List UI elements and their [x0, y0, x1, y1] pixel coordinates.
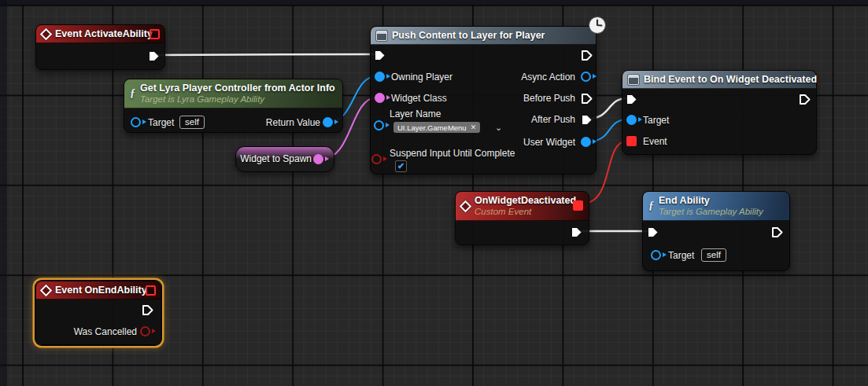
- node-bind-event[interactable]: Bind Event to On Widget Deactivated Targ…: [622, 70, 817, 155]
- node-title: OnWidgetDeactivated: [475, 195, 576, 207]
- event-diamond-icon: [460, 200, 472, 212]
- blueprint-canvas[interactable]: { "graph": { "nodes": { "eventActivate":…: [0, 0, 868, 386]
- return-value-label: Return Value: [266, 117, 320, 128]
- owning-player-pin[interactable]: [375, 72, 385, 82]
- delegate-pin[interactable]: [146, 285, 156, 296]
- delegate-out-pin[interactable]: [573, 200, 583, 211]
- node-on-widget-deactivated[interactable]: OnWidgetDeactivated Custom Event: [455, 191, 589, 245]
- async-clock-icon: [588, 16, 607, 35]
- node-subtitle: Target is Lyra Gameplay Ability: [140, 94, 335, 105]
- node-event-activate-ability[interactable]: Event ActivateAbility: [35, 24, 165, 70]
- event-label: Event: [643, 136, 667, 147]
- before-push-pin[interactable]: [581, 93, 593, 105]
- viewport-left-edge: [0, 0, 7, 386]
- node-title: Get Lyra Player Controller from Actor In…: [140, 83, 335, 94]
- target-value-input[interactable]: self: [179, 116, 205, 129]
- function-icon: ƒ: [130, 87, 135, 100]
- return-value-pin[interactable]: [323, 117, 333, 127]
- exec-out-pin[interactable]: [148, 50, 160, 62]
- exec-then-pin[interactable]: [799, 94, 811, 105]
- exec-in-pin[interactable]: [626, 94, 637, 105]
- target-pin[interactable]: [626, 115, 637, 125]
- async-action-label: Async Action: [521, 72, 575, 83]
- suspend-input-pin[interactable]: [371, 154, 382, 164]
- node-get-lyra-player-controller[interactable]: ƒ Get Lyra Player Controller from Actor …: [124, 79, 343, 133]
- layer-name-label: Layer Name: [390, 108, 441, 119]
- target-pin-label: Target: [148, 117, 174, 128]
- was-cancelled-label: Was Cancelled: [74, 326, 137, 337]
- widget-to-spawn-pin[interactable]: [313, 154, 323, 164]
- node-subtitle: Custom Event: [475, 207, 576, 218]
- tag-clear-icon[interactable]: ✕: [471, 123, 477, 132]
- layer-name-pin[interactable]: [374, 120, 384, 131]
- function-icon: ƒ: [648, 200, 654, 212]
- exec-in-pin[interactable]: [647, 226, 659, 238]
- viewport-top-edge: [0, 0, 868, 5]
- gameplay-tag-value: UI.Layer.GameMenu: [397, 123, 467, 132]
- user-widget-label: User Widget: [523, 137, 575, 148]
- was-cancelled-pin[interactable]: [140, 326, 150, 336]
- target-pin[interactable]: [651, 250, 661, 260]
- node-title: Push Content to Layer for Player: [392, 30, 545, 41]
- event-diamond-icon: [40, 284, 53, 296]
- node-subtitle: Target is Gameplay Ability: [659, 207, 763, 218]
- widget-class-label: Widget Class: [391, 93, 447, 104]
- delegate-pin[interactable]: [150, 29, 160, 39]
- exec-out-pin[interactable]: [571, 226, 582, 238]
- node-event-on-end-ability[interactable]: Event OnEndAbility Was Cancelled: [35, 281, 161, 345]
- wire-exec-activate-to-push[interactable]: [154, 54, 375, 55]
- before-push-label: Before Push: [523, 93, 575, 104]
- widget-icon: [628, 75, 639, 85]
- node-title: End Ability: [659, 195, 763, 207]
- node-title: Bind Event to On Widget Deactivated: [644, 74, 817, 85]
- target-pin[interactable]: [131, 117, 141, 127]
- target-label: Target: [643, 115, 669, 126]
- target-label: Target: [668, 250, 694, 261]
- suspend-input-checkbox[interactable]: ✔: [395, 160, 407, 172]
- exec-in-pin[interactable]: [374, 50, 386, 61]
- exec-then-pin[interactable]: [581, 50, 593, 61]
- node-title: Event OnEndAbility: [55, 285, 147, 296]
- node-title: Event ActivateAbility: [55, 28, 153, 39]
- node-end-ability[interactable]: ƒ End Ability Target is Gameplay Ability…: [642, 191, 790, 271]
- async-action-pin[interactable]: [581, 72, 591, 82]
- event-delegate-pin[interactable]: [626, 136, 637, 146]
- widget-icon: [376, 31, 387, 41]
- variable-label: Widget to Spawn: [240, 153, 312, 164]
- after-push-pin[interactable]: [581, 114, 593, 126]
- widget-class-pin[interactable]: [375, 93, 385, 103]
- exec-out-pin[interactable]: [142, 304, 153, 316]
- after-push-label: After Push: [531, 114, 575, 125]
- user-widget-pin[interactable]: [581, 137, 591, 147]
- gameplay-tag-chip[interactable]: UI.Layer.GameMenu ✕: [393, 122, 480, 133]
- tag-dropdown-chevron-icon[interactable]: ⌄: [495, 123, 502, 132]
- node-push-content-to-layer[interactable]: Push Content to Layer for Player Owning …: [370, 26, 597, 175]
- suspend-input-label: Suspend Input Until Complete: [390, 148, 515, 159]
- owning-player-label: Owning Player: [391, 72, 452, 83]
- node-widget-to-spawn[interactable]: Widget to Spawn: [235, 146, 334, 172]
- target-value-input[interactable]: self: [701, 248, 726, 262]
- exec-then-pin[interactable]: [771, 226, 783, 238]
- event-diamond-icon: [40, 28, 53, 40]
